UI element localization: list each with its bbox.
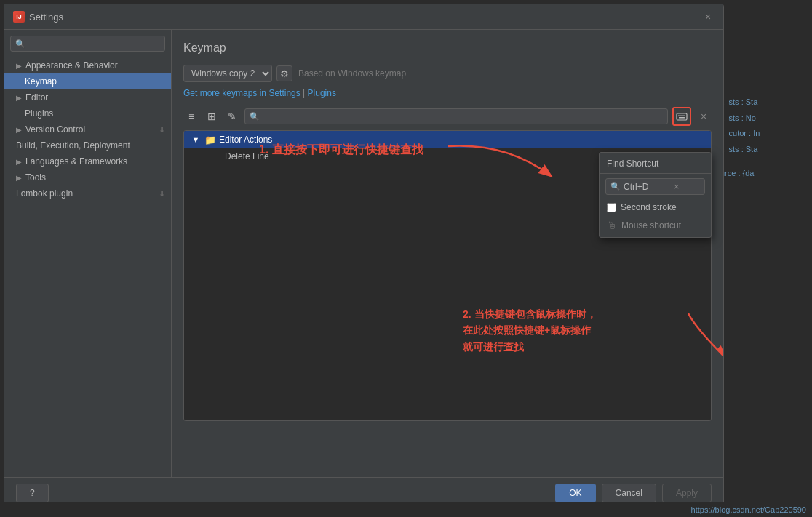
keymap-toolbar: Windows copy 2 ⚙ Based on Windows keymap: [183, 65, 712, 82]
sidebar: 🔍 ▶ Appearance & Behavior Keymap ▶ Edito…: [4, 30, 172, 477]
apply-button[interactable]: Apply: [662, 484, 712, 502]
code-line: urce : {da: [717, 166, 812, 182]
svg-rect-5: [682, 116, 684, 117]
help-button[interactable]: ?: [16, 484, 49, 502]
popup-clear-button[interactable]: ×: [674, 181, 680, 192]
svg-rect-6: [679, 117, 685, 119]
action-filter-icon[interactable]: ⊞: [204, 108, 220, 124]
popup-shortcut-input[interactable]: [624, 182, 671, 192]
popup-title: Find Shortcut: [600, 153, 711, 174]
action-edit-icon[interactable]: ✎: [224, 108, 240, 124]
code-line: 2sts : Sta: [717, 142, 812, 158]
action-align-icon[interactable]: ≡: [183, 108, 199, 124]
app-icon: IJ: [13, 11, 25, 23]
expand-icon[interactable]: ▼: [190, 134, 202, 145]
keymap-select-wrapper: Windows copy 2 ⚙: [183, 65, 292, 82]
sidebar-item-label: Plugins: [25, 108, 53, 119]
keymap-gear-button[interactable]: ⚙: [276, 65, 292, 81]
expand-arrow-appearance: ▶: [16, 62, 22, 70]
titlebar-left: IJ Settings: [13, 11, 63, 23]
popup-second-stroke-row: Second stroke: [600, 199, 711, 215]
sidebar-item-label: Build, Execution, Deployment: [16, 140, 130, 151]
sidebar-item-build[interactable]: Build, Execution, Deployment: [4, 137, 171, 153]
keyboard-icon: [676, 111, 688, 122]
search-icon: 🔍: [250, 112, 260, 121]
ok-button[interactable]: OK: [555, 484, 595, 502]
popup-input-field[interactable]: 🔍 ×: [605, 178, 705, 195]
expand-arrow-tools: ▶: [16, 174, 22, 182]
svg-rect-1: [678, 116, 680, 117]
close-button[interactable]: ×: [701, 10, 715, 23]
annotation-1: 1. 直接按下即可进行快捷键查找: [259, 143, 423, 158]
second-stroke-label: Second stroke: [621, 202, 677, 212]
plugins-link[interactable]: Plugins: [308, 88, 336, 98]
sidebar-item-label: Tools: [25, 172, 46, 183]
section-title: Keymap: [183, 41, 712, 55]
close-search-button[interactable]: ×: [696, 108, 712, 124]
sidebar-search-input[interactable]: [28, 39, 160, 49]
expand-arrow-editor: ▶: [16, 94, 22, 102]
sidebar-item-keymap[interactable]: Keymap: [4, 73, 171, 89]
cancel-button[interactable]: Cancel: [602, 484, 656, 502]
code-background: 2sts : Sta 2sts : No 2cutor : In 2sts : …: [717, 95, 812, 501]
based-on-text: Based on Windows keymap: [298, 68, 406, 79]
sidebar-item-version-control[interactable]: ▶ Version Control ⬇: [4, 121, 171, 137]
keymap-dropdown[interactable]: Windows copy 2: [183, 65, 272, 82]
code-line: 2cutor : In: [717, 126, 812, 142]
code-line: 2sts : Sta: [717, 95, 812, 111]
window-title: Settings: [29, 12, 63, 23]
find-shortcut-popup: Find Shortcut 🔍 × Second stroke 🖱 Mouse …: [599, 152, 712, 238]
sidebar-search-icon: 🔍: [15, 39, 25, 49]
sidebar-item-label: Appearance & Behavior: [25, 60, 118, 71]
second-stroke-checkbox[interactable]: [607, 203, 616, 212]
find-shortcut-button[interactable]: [672, 107, 691, 126]
sidebar-item-tools[interactable]: ▶ Tools: [4, 169, 171, 185]
mouse-icon: 🖱: [607, 220, 617, 231]
svg-rect-4: [680, 116, 681, 117]
settings-dialog: IJ Settings × 🔍 ▶ Appearance & Behavior …: [4, 4, 724, 509]
titlebar: IJ Settings ×: [4, 4, 723, 30]
dialog-body: 🔍 ▶ Appearance & Behavior Keymap ▶ Edito…: [4, 30, 723, 477]
sidebar-search-box[interactable]: 🔍: [10, 36, 165, 52]
code-line: 2sts : No: [717, 111, 812, 127]
sidebar-item-label: Editor: [25, 92, 48, 103]
sidebar-item-label: Lombok plugin: [16, 188, 73, 199]
action-toolbar: ≡ ⊞ ✎ 🔍: [183, 107, 712, 126]
sidebar-item-lombok[interactable]: Lombok plugin ⬇: [4, 185, 171, 201]
action-search-input[interactable]: [263, 111, 663, 121]
arrow-2: [681, 306, 723, 364]
folder-icon: 📁: [204, 135, 216, 145]
sidebar-item-editor[interactable]: ▶ Editor: [4, 89, 171, 105]
svg-rect-2: [681, 116, 682, 117]
arrow-1: [448, 139, 565, 183]
popup-input-row: 🔍 ×: [600, 174, 711, 199]
action-search-field[interactable]: 🔍: [244, 108, 668, 124]
sidebar-item-label: Keymap: [25, 76, 57, 87]
expand-arrow-vc: ▶: [16, 126, 22, 134]
popup-search-icon: 🔍: [610, 182, 621, 191]
popup-mouse-shortcut-row: 🖱 Mouse shortcut: [600, 215, 711, 237]
svg-rect-0: [677, 113, 687, 120]
mouse-shortcut-label: Mouse shortcut: [621, 220, 681, 231]
main-content: Keymap Windows copy 2 ⚙ Based on Windows…: [172, 30, 723, 477]
sidebar-item-label: Languages & Frameworks: [25, 156, 127, 167]
url-text: https://blog.csdn.net/Cap220590: [691, 505, 806, 514]
links-row: Get more keymaps in Settings | Plugins: [183, 88, 712, 98]
expand-arrow-lang: ▶: [16, 158, 22, 166]
url-bar: https://blog.csdn.net/Cap220590: [0, 502, 812, 517]
get-keymaps-link[interactable]: Get more keymaps in Settings: [183, 88, 300, 98]
annotation-2: 2. 当快捷键包含鼠标操作时， 在此处按照快捷键+鼠标操作 就可进行查找: [463, 306, 597, 355]
sidebar-item-languages[interactable]: ▶ Languages & Frameworks: [4, 153, 171, 169]
svg-rect-3: [684, 116, 685, 117]
sidebar-item-appearance[interactable]: ▶ Appearance & Behavior: [4, 57, 171, 73]
sidebar-item-label: Version Control: [25, 124, 85, 135]
sidebar-item-plugins[interactable]: Plugins: [4, 105, 171, 121]
